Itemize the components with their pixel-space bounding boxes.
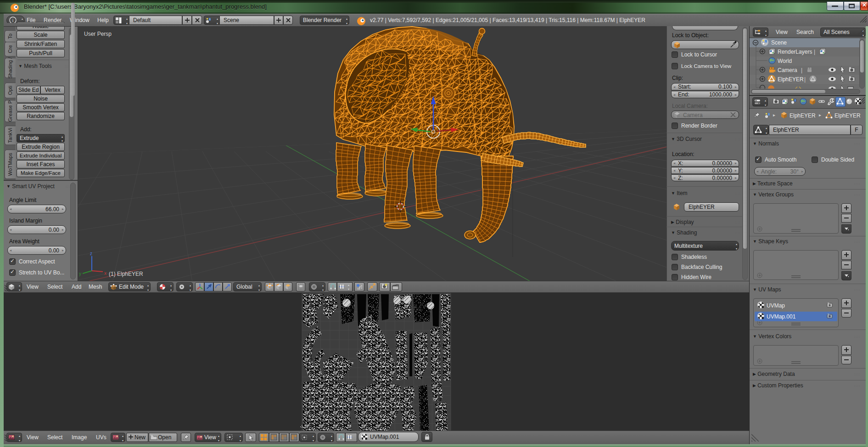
svg-text:y: y xyxy=(79,271,81,276)
svg-text:x: x xyxy=(104,271,106,276)
svg-text:z: z xyxy=(90,251,92,256)
svg-text:User Persp: User Persp xyxy=(84,31,112,37)
svg-text:i: i xyxy=(12,17,13,23)
svg-text:(1) ElphEYER: (1) ElphEYER xyxy=(109,271,143,277)
